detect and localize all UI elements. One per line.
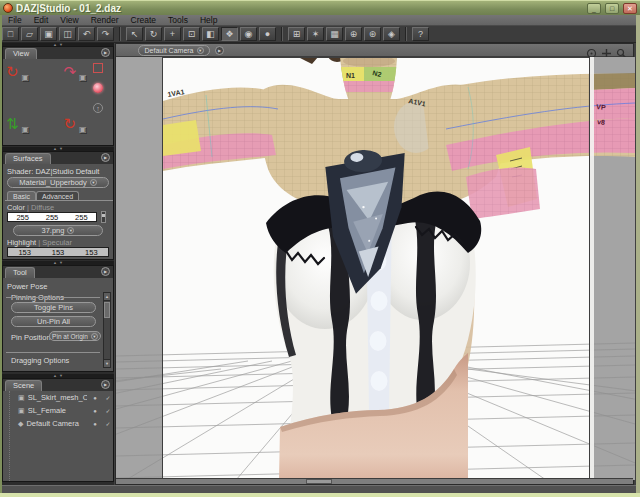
visibility-eye-icon[interactable]: ●	[90, 408, 100, 414]
open-file-button[interactable]: ▱	[21, 27, 38, 41]
active-tool-name: Power Pose	[7, 282, 47, 291]
material-dropdown[interactable]: Material_Upperbody▾	[7, 177, 109, 188]
pin-position-dropdown[interactable]: Pin at Origin▾	[49, 331, 101, 341]
scene-item-female[interactable]: ▣ SL_Female ● ✓	[10, 404, 113, 417]
viewport-toolbar: Default Camera▾ ▶	[116, 44, 633, 57]
surfaces-panel-header: Surfaces ▶	[3, 152, 113, 164]
pan-view-icon[interactable]	[601, 45, 612, 56]
visibility-eye-icon[interactable]: ●	[90, 421, 100, 427]
highlight-value-bar[interactable]: 153 153 153	[7, 247, 109, 257]
camera-body-icon: ▣	[79, 125, 87, 134]
chevron-down-icon: ▾	[90, 179, 97, 186]
surfaces-panel: Surfaces ▶ Shader: DAZ|Studio Default Ma…	[2, 151, 114, 260]
viewport-pane: Default Camera▾ ▶	[115, 43, 634, 485]
scrollbar-thumb[interactable]	[104, 302, 110, 318]
rotate-tool-button[interactable]: ↻	[145, 27, 162, 41]
toolbar-separator	[281, 27, 283, 41]
camera-item-icon: ◆	[18, 420, 23, 428]
create-camera-button[interactable]: ▦	[326, 27, 343, 41]
menu-view[interactable]: View	[54, 15, 84, 25]
scene-flyout-button[interactable]: ▶	[101, 380, 110, 389]
status-bar	[2, 485, 638, 493]
tool-scrollbar[interactable]: ▲ ▼	[103, 292, 111, 368]
camera-body-icon: ▣	[21, 73, 29, 82]
close-button[interactable]: ✕	[623, 3, 637, 14]
reset-view-icon[interactable]: ↑	[93, 103, 103, 113]
material-dropdown-value: Material_Upperbody	[19, 178, 87, 187]
viewport-grip-handle[interactable]	[306, 479, 332, 484]
record-dot-icon[interactable]	[93, 83, 103, 93]
new-file-button[interactable]: □	[2, 27, 19, 41]
undo-button[interactable]: ↶	[78, 27, 95, 41]
select-tool-button[interactable]: ↖	[126, 27, 143, 41]
color-b-value: 255	[67, 213, 96, 222]
node-selection-tool-button[interactable]: ❖	[221, 27, 238, 41]
tab-scene[interactable]: Scene	[5, 380, 42, 391]
unpin-all-button[interactable]: Un-Pin All	[11, 316, 96, 327]
orbit-view-icon[interactable]	[586, 45, 597, 56]
viewport-flyout-button[interactable]: ▶	[215, 46, 224, 55]
save-file-button[interactable]: ▣	[40, 27, 57, 41]
mesh-cube-icon: ▣	[18, 407, 25, 415]
redo-button[interactable]: ↷	[97, 27, 114, 41]
color-slider-thumb[interactable]	[102, 214, 105, 217]
create-figure-button[interactable]: ◈	[383, 27, 400, 41]
create-light-button[interactable]: ✶	[307, 27, 324, 41]
view-bank-tool[interactable]: ↷▣	[63, 61, 88, 85]
zoom-view-icon[interactable]	[616, 45, 627, 56]
translate-tool-button[interactable]: +	[164, 27, 181, 41]
title-bar[interactable]: DAZ|Studio - 01_2.daz _ □ ✕	[0, 0, 640, 15]
tab-surfaces[interactable]: Surfaces	[5, 153, 51, 164]
menu-file[interactable]: File	[2, 15, 28, 25]
create-dformer-button[interactable]: ⊕	[345, 27, 362, 41]
surfaces-flyout-button[interactable]: ▶	[101, 153, 110, 162]
window-bottom-border	[0, 493, 640, 497]
scale-tool-button[interactable]: ⊡	[183, 27, 200, 41]
selectable-check-icon[interactable]: ✓	[103, 394, 113, 401]
help-button[interactable]: ?	[412, 27, 429, 41]
camera-body-icon: ▣	[21, 125, 29, 134]
color-g-value: 255	[37, 213, 66, 222]
tool-flyout-button[interactable]: ▶	[101, 267, 110, 276]
render-button[interactable]: ●	[259, 27, 276, 41]
menu-edit[interactable]: Edit	[28, 15, 55, 25]
color-r-value: 255	[8, 213, 37, 222]
color-slider[interactable]	[101, 211, 106, 223]
pin-position-label: Pin Position:	[11, 333, 53, 342]
spot-render-tool-button[interactable]: ◉	[240, 27, 257, 41]
surface-selection-tool-button[interactable]: ◧	[202, 27, 219, 41]
tool-panel-header: Tool ▶	[3, 266, 113, 278]
tab-tool[interactable]: Tool	[5, 267, 35, 278]
visibility-eye-icon[interactable]: ●	[90, 395, 100, 401]
chevron-down-icon: ▾	[197, 47, 204, 54]
create-prop-button[interactable]: ⊛	[364, 27, 381, 41]
duplicate-button[interactable]: ◫	[59, 27, 76, 41]
create-null-button[interactable]: ⊞	[288, 27, 305, 41]
menu-help[interactable]: Help	[194, 15, 223, 25]
viewport-canvas[interactable]: 1VA1 N1 N2 A1V1 VP v8	[116, 57, 635, 480]
scroll-up-icon[interactable]: ▲	[104, 293, 110, 301]
selectable-check-icon[interactable]: ✓	[103, 420, 113, 427]
view-orbit-tool[interactable]: ↻▣	[6, 61, 31, 85]
menu-tools[interactable]: Tools	[162, 15, 194, 25]
aim-frame-icon[interactable]	[93, 63, 103, 73]
tab-view[interactable]: View	[5, 48, 37, 59]
main-toolbar: □ ▱ ▣ ◫ ↶ ↷ ↖ ↻ + ⊡ ◧ ❖ ◉ ● ⊞ ✶ ▦ ⊕ ⊛ ◈ …	[0, 26, 640, 43]
scroll-down-icon[interactable]: ▼	[104, 359, 110, 367]
selectable-check-icon[interactable]: ✓	[103, 407, 113, 414]
menu-render[interactable]: Render	[85, 15, 125, 25]
pan-arrow-icon: ⇅	[6, 115, 19, 132]
texture-dropdown[interactable]: 37.png▾	[13, 225, 103, 236]
camera-selector-dropdown[interactable]: Default Camera▾	[138, 45, 210, 56]
window-title: DAZ|Studio - 01_2.daz	[16, 3, 583, 14]
toggle-pins-button[interactable]: Toggle Pins	[11, 302, 96, 313]
maximize-button[interactable]: □	[605, 3, 619, 14]
minimize-button[interactable]: _	[587, 3, 601, 14]
view-pan-tool[interactable]: ⇅▣	[6, 113, 31, 137]
scene-item-camera[interactable]: ◆ Default Camera ● ✓	[10, 417, 113, 430]
view-flyout-button[interactable]: ▶	[101, 48, 110, 57]
scene-item-skirt[interactable]: ▣ SL_Skirt_mesh_OBJ ● ✓	[10, 391, 113, 404]
view-rotate-free-tool[interactable]: ↻▣	[63, 113, 88, 137]
color-value-bar[interactable]: 255 255 255	[7, 212, 97, 222]
menu-create[interactable]: Create	[125, 15, 163, 25]
